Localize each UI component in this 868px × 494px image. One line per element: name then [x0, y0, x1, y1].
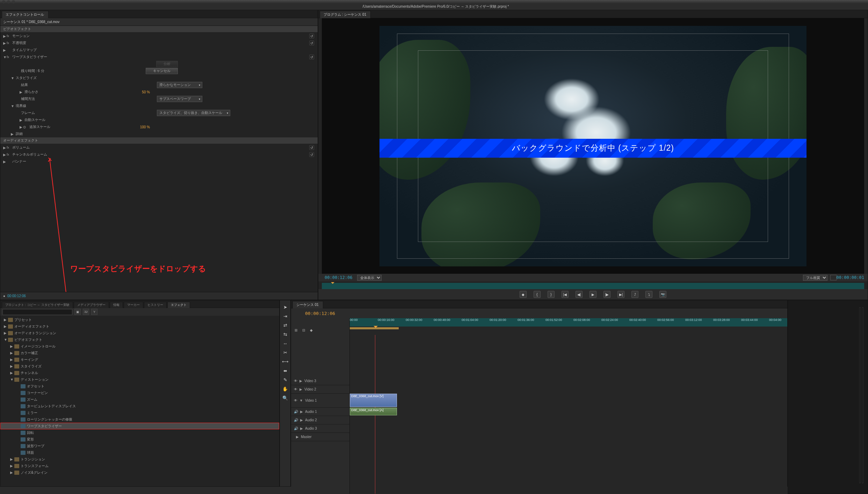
- effect-motion[interactable]: モーション: [11, 34, 30, 38]
- fx-filter-accel-icon[interactable]: ▣: [74, 309, 81, 315]
- zoom-dropdown[interactable]: 全体表示: [357, 275, 382, 281]
- tree-row[interactable]: ▶キーイング: [0, 356, 279, 363]
- twirl-icon[interactable]: ▶: [10, 358, 14, 361]
- step-back-button[interactable]: ◀|: [576, 291, 583, 298]
- twirl-icon[interactable]: ▶: [10, 464, 14, 468]
- tree-row[interactable]: タービュレントディスプレイス: [0, 403, 279, 409]
- goto-out-button[interactable]: ▶|: [617, 291, 624, 298]
- effect-warp-stabilizer[interactable]: ワープスタビライザー: [11, 55, 47, 59]
- playhead-indicator-icon[interactable]: [374, 326, 378, 330]
- slip-tool-icon[interactable]: ⟷: [281, 358, 289, 365]
- track-head-v1[interactable]: 👁▼Video 1: [291, 394, 349, 408]
- track-select-tool-icon[interactable]: ⇥: [281, 312, 289, 320]
- linked-selection-icon[interactable]: ⊟: [302, 328, 307, 333]
- twirl-icon[interactable]: ▶: [10, 457, 14, 461]
- program-tc-left[interactable]: 00:00:12:06: [325, 275, 352, 280]
- tree-row[interactable]: 変形: [0, 436, 279, 443]
- tree-row[interactable]: ▼ディストーション: [0, 376, 279, 383]
- tab-sequence[interactable]: シーケンス 01: [292, 301, 323, 308]
- hand-tool-icon[interactable]: ✋: [281, 385, 289, 393]
- tree-row[interactable]: ▶プリセット: [0, 316, 279, 323]
- twirl-icon[interactable]: ▼: [10, 378, 14, 381]
- track-head-a2[interactable]: 🔊▶Audio 2: [291, 416, 349, 424]
- close-icon[interactable]: [2, 0, 5, 3]
- tab-effect-controls[interactable]: エフェクトコントロール: [2, 11, 49, 18]
- reset-icon[interactable]: ↺: [309, 34, 314, 38]
- twirl-icon[interactable]: ▶: [10, 351, 14, 355]
- twirl-icon[interactable]: ▶: [3, 153, 7, 157]
- tree-row[interactable]: ▶チャンネル: [0, 370, 279, 376]
- tree-row[interactable]: 波形ワープ: [0, 443, 279, 449]
- zoom-tool-icon[interactable]: 🔍: [281, 394, 289, 402]
- reset-icon[interactable]: ↺: [309, 152, 314, 157]
- twirl-icon[interactable]: ▶: [4, 331, 8, 335]
- tree-row[interactable]: ▶イメージコントロール: [0, 343, 279, 350]
- out-button[interactable]: }: [548, 291, 555, 298]
- settings-icon[interactable]: [830, 275, 837, 280]
- twirl-icon[interactable]: ▶: [10, 344, 14, 348]
- tab-markers[interactable]: マーカー: [124, 302, 143, 308]
- twirl-icon[interactable]: ▶: [20, 125, 23, 129]
- cancel-button[interactable]: キャンセル: [146, 68, 178, 74]
- reset-icon[interactable]: ↺: [309, 41, 314, 45]
- quality-dropdown[interactable]: フル画質: [803, 275, 827, 281]
- time-ruler[interactable]: 00:0000:00:16:0000:00:32:0000:00:48:0000…: [350, 318, 787, 327]
- track-head-a1[interactable]: 🔊▶Audio 1: [291, 408, 349, 416]
- tree-row[interactable]: ▶オーディオエフェクト: [0, 323, 279, 330]
- playhead-icon[interactable]: [331, 282, 334, 286]
- fx-filter-yuv-icon[interactable]: Y: [91, 309, 97, 315]
- goto-in-button[interactable]: |◀: [562, 291, 569, 298]
- twirl-icon[interactable]: ▶: [3, 48, 7, 52]
- tab-info[interactable]: 情報: [110, 302, 123, 308]
- tab-media-browser[interactable]: メディアブラウザー: [74, 302, 109, 308]
- tab-history[interactable]: ヒストリー: [144, 302, 167, 308]
- twirl-icon[interactable]: ▶: [11, 132, 14, 136]
- effect-volume[interactable]: ボリューム: [11, 145, 30, 150]
- addscale-value[interactable]: 100 %: [140, 125, 150, 129]
- program-tc-right[interactable]: 00:00:00:01: [837, 275, 864, 280]
- reset-icon[interactable]: ↺: [309, 55, 314, 59]
- minimize-icon[interactable]: [7, 0, 10, 3]
- tree-row[interactable]: ▶ノイズ&グレイン: [0, 469, 279, 476]
- tree-row[interactable]: 回転: [0, 429, 279, 436]
- rolling-tool-icon[interactable]: ⇆: [281, 330, 289, 338]
- marker-button[interactable]: ◆: [520, 291, 527, 298]
- track-area[interactable]: D8E_0368_cut.mov [V] D8E_0368_cut.mov [A…: [350, 335, 787, 494]
- tree-row[interactable]: オフセット: [0, 383, 279, 389]
- track-head-master[interactable]: ▶Master: [291, 433, 349, 441]
- play-button[interactable]: ▶: [589, 291, 596, 298]
- pen-tool-icon[interactable]: ✎: [281, 376, 289, 384]
- track-head-a3[interactable]: 🔊▶Audio 3: [291, 424, 349, 433]
- twirl-icon[interactable]: ▶: [3, 41, 7, 45]
- frame-dropdown[interactable]: スタビライズ、切り抜き、自動スケール: [157, 110, 230, 116]
- tab-effects[interactable]: エフェクト: [167, 302, 190, 308]
- export-frame-button[interactable]: 📷: [659, 291, 666, 298]
- twirl-icon[interactable]: ▼: [11, 76, 14, 80]
- twirl-icon[interactable]: ▼: [11, 104, 14, 108]
- effect-panner[interactable]: パンナー: [11, 159, 26, 164]
- ec-timecode[interactable]: 00:00:12:06: [7, 294, 26, 298]
- video-clip[interactable]: D8E_0368_cut.mov [V]: [350, 394, 397, 407]
- twirl-icon[interactable]: ▶: [4, 324, 8, 328]
- method-dropdown[interactable]: サブスペースワープ: [157, 96, 202, 102]
- reset-icon[interactable]: ↺: [309, 145, 314, 150]
- tree-row[interactable]: ワープスタビライザー: [0, 423, 279, 429]
- audio-clip[interactable]: D8E_0368_cut.mov [A]: [350, 408, 397, 415]
- program-viewer[interactable]: バックグラウンドで分析中 (ステップ 1/2): [322, 18, 864, 274]
- tree-row[interactable]: コーナーピン: [0, 389, 279, 396]
- twirl-icon[interactable]: ▶: [10, 364, 14, 368]
- result-dropdown[interactable]: 滑らかなモーション: [157, 82, 202, 88]
- extract-button[interactable]: ⤵: [645, 291, 652, 298]
- snap-icon[interactable]: ⊞: [295, 328, 299, 333]
- tree-row[interactable]: ▶スタイライズ: [0, 363, 279, 370]
- marker-icon[interactable]: ◆: [310, 328, 315, 333]
- search-input[interactable]: [2, 309, 72, 315]
- timeline-tc[interactable]: 00:00:12:06: [305, 311, 335, 316]
- tree-row[interactable]: ▼ビデオエフェクト: [0, 336, 279, 343]
- tree-row[interactable]: ▶トランスフォーム: [0, 463, 279, 469]
- program-ruler[interactable]: [322, 283, 864, 289]
- selection-tool-icon[interactable]: ➤: [281, 303, 289, 311]
- twirl-icon[interactable]: ▶: [20, 118, 23, 122]
- slide-tool-icon[interactable]: ⬌: [281, 367, 289, 374]
- step-fwd-button[interactable]: |▶: [603, 291, 610, 298]
